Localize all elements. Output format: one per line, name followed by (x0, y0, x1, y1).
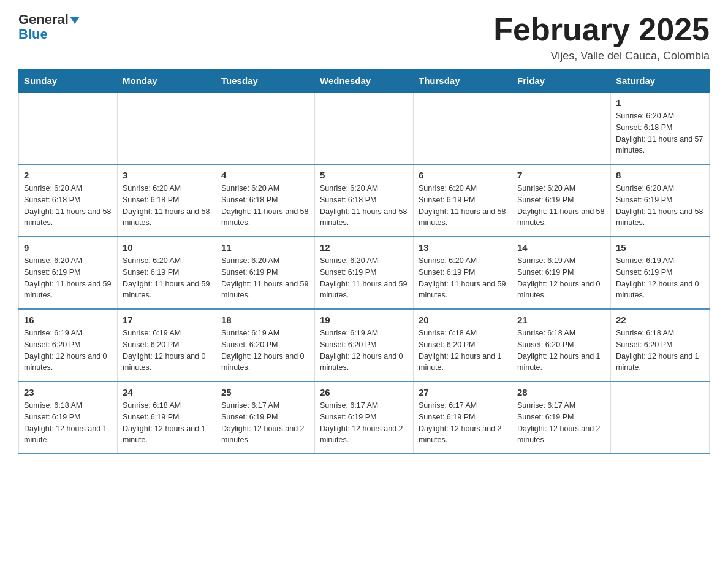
day-info: Sunrise: 6:20 AMSunset: 6:19 PMDaylight:… (24, 255, 112, 301)
day-number: 12 (320, 242, 408, 253)
calendar-cell: 4Sunrise: 6:20 AMSunset: 6:18 PMDaylight… (216, 164, 315, 237)
calendar-table: SundayMondayTuesdayWednesdayThursdayFrid… (18, 69, 710, 454)
day-info: Sunrise: 6:20 AMSunset: 6:19 PMDaylight:… (517, 183, 605, 229)
calendar-week-row: 23Sunrise: 6:18 AMSunset: 6:19 PMDayligh… (19, 381, 710, 454)
day-number: 11 (221, 242, 309, 253)
calendar-cell: 17Sunrise: 6:19 AMSunset: 6:20 PMDayligh… (118, 309, 216, 381)
day-number: 14 (517, 242, 605, 253)
day-number: 13 (419, 242, 507, 253)
logo-blue-text: Blue (18, 27, 80, 42)
calendar-cell: 15Sunrise: 6:19 AMSunset: 6:19 PMDayligh… (611, 237, 710, 309)
day-info: Sunrise: 6:20 AMSunset: 6:19 PMDaylight:… (221, 255, 309, 301)
day-number: 20 (419, 315, 507, 325)
day-info: Sunrise: 6:20 AMSunset: 6:19 PMDaylight:… (320, 255, 408, 301)
logo-triangle-icon (70, 17, 80, 24)
day-number: 2 (24, 170, 112, 180)
title-area: February 2025 Vijes, Valle del Cauca, Co… (493, 12, 710, 63)
day-info: Sunrise: 6:20 AMSunset: 6:19 PMDaylight:… (419, 183, 507, 229)
calendar-cell (512, 93, 611, 165)
calendar-cell (611, 381, 710, 454)
calendar-cell: 18Sunrise: 6:19 AMSunset: 6:20 PMDayligh… (216, 309, 315, 381)
calendar-cell (216, 93, 315, 165)
calendar-week-row: 16Sunrise: 6:19 AMSunset: 6:20 PMDayligh… (19, 309, 710, 381)
day-number: 23 (24, 387, 112, 397)
location-subtitle: Vijes, Valle del Cauca, Colombia (493, 50, 710, 63)
calendar-cell: 10Sunrise: 6:20 AMSunset: 6:19 PMDayligh… (118, 237, 216, 309)
calendar-week-row: 2Sunrise: 6:20 AMSunset: 6:18 PMDaylight… (19, 164, 710, 237)
day-number: 5 (320, 170, 408, 180)
day-info: Sunrise: 6:20 AMSunset: 6:19 PMDaylight:… (616, 183, 704, 229)
calendar-cell: 21Sunrise: 6:18 AMSunset: 6:20 PMDayligh… (512, 309, 611, 381)
day-info: Sunrise: 6:17 AMSunset: 6:19 PMDaylight:… (419, 400, 507, 446)
day-number: 6 (419, 170, 507, 180)
day-info: Sunrise: 6:19 AMSunset: 6:19 PMDaylight:… (517, 255, 605, 301)
calendar-cell: 26Sunrise: 6:17 AMSunset: 6:19 PMDayligh… (315, 381, 414, 454)
day-of-week-header: Saturday (611, 69, 710, 93)
day-info: Sunrise: 6:20 AMSunset: 6:19 PMDaylight:… (419, 255, 507, 301)
day-info: Sunrise: 6:17 AMSunset: 6:19 PMDaylight:… (517, 400, 605, 446)
calendar-cell: 24Sunrise: 6:18 AMSunset: 6:19 PMDayligh… (118, 381, 216, 454)
calendar-cell: 1Sunrise: 6:20 AMSunset: 6:18 PMDaylight… (611, 93, 710, 165)
calendar-cell: 2Sunrise: 6:20 AMSunset: 6:18 PMDaylight… (19, 164, 118, 237)
day-number: 19 (320, 315, 408, 325)
calendar-cell: 12Sunrise: 6:20 AMSunset: 6:19 PMDayligh… (315, 237, 414, 309)
day-number: 7 (517, 170, 605, 180)
calendar-cell: 14Sunrise: 6:19 AMSunset: 6:19 PMDayligh… (512, 237, 611, 309)
page-header: General Blue February 2025 Vijes, Valle … (18, 12, 710, 63)
logo: General Blue (18, 12, 80, 42)
day-info: Sunrise: 6:20 AMSunset: 6:18 PMDaylight:… (320, 183, 408, 229)
day-number: 26 (320, 387, 408, 397)
day-info: Sunrise: 6:18 AMSunset: 6:20 PMDaylight:… (517, 327, 605, 373)
calendar-cell (118, 93, 216, 165)
day-info: Sunrise: 6:19 AMSunset: 6:20 PMDaylight:… (221, 327, 309, 373)
day-of-week-header: Friday (512, 69, 611, 93)
day-info: Sunrise: 6:17 AMSunset: 6:19 PMDaylight:… (320, 400, 408, 446)
day-number: 24 (123, 387, 211, 397)
calendar-week-row: 9Sunrise: 6:20 AMSunset: 6:19 PMDaylight… (19, 237, 710, 309)
calendar-cell: 9Sunrise: 6:20 AMSunset: 6:19 PMDaylight… (19, 237, 118, 309)
day-info: Sunrise: 6:19 AMSunset: 6:19 PMDaylight:… (616, 255, 704, 301)
calendar-week-row: 1Sunrise: 6:20 AMSunset: 6:18 PMDaylight… (19, 93, 710, 165)
day-number: 22 (616, 315, 704, 325)
day-info: Sunrise: 6:17 AMSunset: 6:19 PMDaylight:… (221, 400, 309, 446)
logo-general-text: General (18, 12, 69, 27)
day-info: Sunrise: 6:20 AMSunset: 6:19 PMDaylight:… (123, 255, 211, 301)
calendar-cell: 8Sunrise: 6:20 AMSunset: 6:19 PMDaylight… (611, 164, 710, 237)
day-number: 1 (616, 98, 704, 108)
day-info: Sunrise: 6:20 AMSunset: 6:18 PMDaylight:… (24, 183, 112, 229)
day-of-week-header: Tuesday (216, 69, 315, 93)
calendar-cell: 28Sunrise: 6:17 AMSunset: 6:19 PMDayligh… (512, 381, 611, 454)
day-info: Sunrise: 6:20 AMSunset: 6:18 PMDaylight:… (221, 183, 309, 229)
day-info: Sunrise: 6:19 AMSunset: 6:20 PMDaylight:… (123, 327, 211, 373)
calendar-cell: 6Sunrise: 6:20 AMSunset: 6:19 PMDaylight… (414, 164, 512, 237)
day-number: 27 (419, 387, 507, 397)
day-number: 16 (24, 315, 112, 325)
day-info: Sunrise: 6:20 AMSunset: 6:18 PMDaylight:… (616, 110, 704, 156)
calendar-cell: 16Sunrise: 6:19 AMSunset: 6:20 PMDayligh… (19, 309, 118, 381)
calendar-header-row: SundayMondayTuesdayWednesdayThursdayFrid… (19, 69, 710, 93)
day-number: 8 (616, 170, 704, 180)
day-number: 10 (123, 242, 211, 253)
calendar-cell: 19Sunrise: 6:19 AMSunset: 6:20 PMDayligh… (315, 309, 414, 381)
day-number: 28 (517, 387, 605, 397)
day-info: Sunrise: 6:19 AMSunset: 6:20 PMDaylight:… (24, 327, 112, 373)
calendar-cell: 11Sunrise: 6:20 AMSunset: 6:19 PMDayligh… (216, 237, 315, 309)
day-number: 4 (221, 170, 309, 180)
day-number: 25 (221, 387, 309, 397)
month-title: February 2025 (493, 12, 710, 47)
calendar-cell (19, 93, 118, 165)
day-number: 17 (123, 315, 211, 325)
day-of-week-header: Wednesday (315, 69, 414, 93)
day-number: 15 (616, 242, 704, 253)
day-info: Sunrise: 6:18 AMSunset: 6:19 PMDaylight:… (123, 400, 211, 446)
calendar-cell: 22Sunrise: 6:18 AMSunset: 6:20 PMDayligh… (611, 309, 710, 381)
day-number: 9 (24, 242, 112, 253)
day-number: 3 (123, 170, 211, 180)
day-info: Sunrise: 6:20 AMSunset: 6:18 PMDaylight:… (123, 183, 211, 229)
day-info: Sunrise: 6:18 AMSunset: 6:20 PMDaylight:… (419, 327, 507, 373)
day-of-week-header: Monday (118, 69, 216, 93)
calendar-cell (414, 93, 512, 165)
calendar-cell: 20Sunrise: 6:18 AMSunset: 6:20 PMDayligh… (414, 309, 512, 381)
day-number: 21 (517, 315, 605, 325)
day-of-week-header: Thursday (414, 69, 512, 93)
